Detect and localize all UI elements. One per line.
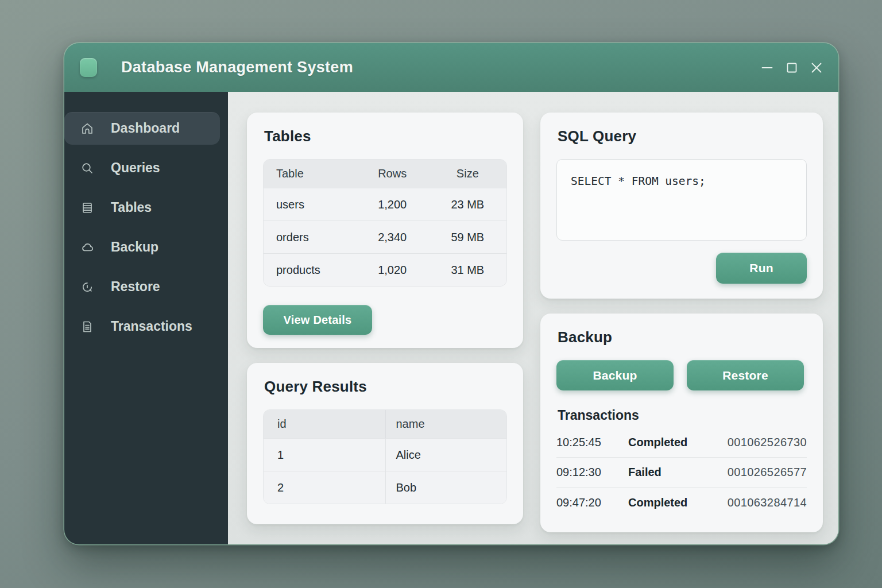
transaction-time: 09:12:30	[556, 466, 628, 479]
restore-icon	[80, 280, 94, 294]
sidebar-item-tables[interactable]: Tables	[64, 191, 220, 224]
sidebar-item-transactions[interactable]: Transactions	[64, 310, 220, 343]
main-content: Tables TableRowsSizeusers1,20023 MBorder…	[228, 92, 838, 544]
transactions-title: Transactions	[558, 408, 807, 423]
sql-query-input[interactable]: SELECT * FROM users;	[556, 159, 807, 241]
close-icon	[810, 61, 823, 75]
transaction-id: 001063284714	[728, 496, 807, 509]
table-cell: 1	[264, 448, 385, 462]
app-window: Database Management System Dashboard Que…	[64, 43, 838, 544]
table-cell: products	[264, 264, 356, 277]
window-controls	[760, 61, 823, 75]
transaction-row: 10:25:45 Completed 001062526730	[556, 428, 807, 458]
sql-query-card: SQL Query SELECT * FROM users; Run	[540, 113, 823, 299]
transaction-row: 09:47:20 Completed 001063284714	[556, 488, 807, 517]
sidebar-item-dashboard[interactable]: Dashboard	[64, 112, 220, 145]
table-cell: orders	[264, 231, 356, 244]
column-header: Size	[429, 167, 506, 180]
backup-buttons: Backup Restore	[556, 360, 807, 390]
table-cell: 1,020	[356, 264, 429, 277]
column-header: Rows	[356, 167, 429, 180]
table-cell: 2,340	[356, 231, 429, 244]
run-button[interactable]: Run	[716, 253, 807, 284]
column-header: name	[385, 410, 507, 438]
transaction-status: Completed	[628, 496, 728, 509]
transactions-list: 10:25:45 Completed 001062526730 09:12:30…	[556, 428, 807, 517]
sidebar-item-label: Transactions	[111, 319, 192, 334]
left-column: Tables TableRowsSizeusers1,20023 MBorder…	[247, 113, 523, 524]
table-cell: users	[264, 198, 356, 211]
table-header-row: idname	[264, 410, 506, 438]
home-icon	[80, 122, 94, 136]
table-cell: 2	[264, 481, 385, 494]
transaction-time: 10:25:45	[556, 436, 628, 449]
table-cell: Bob	[385, 471, 507, 504]
table-row: products1,02031 MB	[264, 253, 506, 286]
backup-card: Backup Backup Restore Transactions 10:25…	[540, 314, 823, 532]
tables-table: TableRowsSizeusers1,20023 MBorders2,3405…	[263, 159, 507, 287]
transaction-id: 001026526577	[728, 466, 807, 479]
table-cell: 59 MB	[429, 231, 506, 244]
restore-button[interactable]: Restore	[687, 360, 804, 390]
tables-card: Tables TableRowsSizeusers1,20023 MBorder…	[247, 113, 523, 348]
right-column: SQL Query SELECT * FROM users; Run Backu…	[540, 113, 823, 524]
sidebar-item-label: Restore	[111, 279, 160, 295]
column-header: id	[264, 417, 385, 431]
table-cell: 31 MB	[429, 264, 506, 277]
transaction-id: 001062526730	[728, 436, 807, 449]
backup-card-title: Backup	[558, 328, 807, 346]
query-results-title: Query Results	[264, 378, 507, 396]
table-row: 1Alice	[264, 438, 506, 471]
sidebar-item-queries[interactable]: Queries	[64, 152, 220, 184]
sidebar-item-label: Tables	[111, 200, 152, 215]
cloud-icon	[80, 241, 94, 254]
tables-card-title: Tables	[264, 127, 507, 145]
sidebar-item-restore[interactable]: Restore	[64, 270, 220, 303]
document-icon	[80, 320, 94, 334]
transaction-time: 09:47:20	[556, 496, 628, 509]
sidebar-item-label: Dashboard	[111, 121, 180, 136]
titlebar[interactable]: Database Management System	[64, 43, 838, 92]
view-details-button[interactable]: View Details	[263, 305, 372, 335]
table-cell: 23 MB	[429, 198, 506, 211]
maximize-icon	[785, 61, 799, 75]
minimize-button[interactable]	[760, 61, 774, 75]
search-icon	[80, 161, 94, 175]
table-row: 2Bob	[264, 471, 506, 504]
close-button[interactable]	[810, 61, 823, 75]
transaction-status: Completed	[628, 436, 728, 449]
sql-query-title: SQL Query	[558, 127, 807, 145]
column-header: Table	[264, 167, 356, 180]
minimize-icon	[760, 61, 774, 75]
table-row: orders2,34059 MB	[264, 220, 506, 253]
table-header-row: TableRowsSize	[264, 160, 506, 188]
backup-button[interactable]: Backup	[556, 360, 674, 390]
sidebar-item-label: Queries	[111, 160, 160, 176]
transaction-row: 09:12:30 Failed 001026526577	[556, 458, 807, 488]
table-icon	[80, 201, 94, 215]
sidebar-item-label: Backup	[111, 239, 158, 255]
table-cell: 1,200	[356, 198, 429, 211]
query-results-card: Query Results idname1Alice2Bob	[247, 363, 523, 524]
table-row: users1,20023 MB	[264, 188, 506, 220]
table-cell: Alice	[385, 439, 507, 471]
query-results-table: idname1Alice2Bob	[263, 409, 507, 504]
sidebar-nav: Dashboard Queries Tables Backup Restore …	[64, 92, 228, 544]
app-icon	[80, 58, 97, 77]
maximize-button[interactable]	[785, 61, 799, 75]
sidebar-item-backup[interactable]: Backup	[64, 231, 220, 264]
window-title: Database Management System	[121, 59, 353, 76]
transaction-status: Failed	[628, 466, 728, 479]
